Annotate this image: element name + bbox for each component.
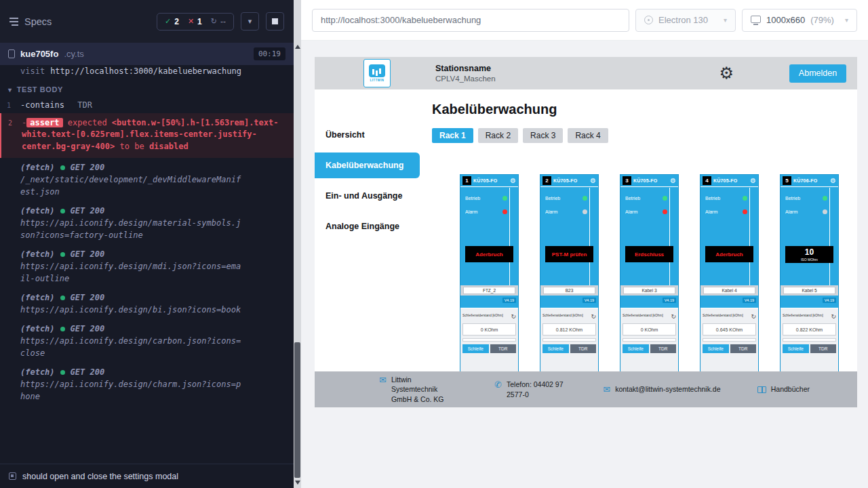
resistance-value: 0.822 KOhm xyxy=(783,323,836,336)
tdr-button[interactable]: TDR xyxy=(730,344,757,353)
schleife-button[interactable]: Schleife xyxy=(462,344,489,353)
schleife-button[interactable]: Schleife xyxy=(703,344,729,353)
refresh-icon[interactable]: ↻ xyxy=(511,314,516,320)
refresh-icon[interactable]: ↻ xyxy=(751,314,756,320)
schleife-button[interactable]: Schleife xyxy=(783,344,809,353)
footer-text: kontakt@littwin-systemtechnik.de xyxy=(615,384,720,394)
sidebar-nav-item[interactable]: Ein- und Ausgänge xyxy=(315,183,420,209)
rack-tab[interactable]: Rack 3 xyxy=(523,128,563,143)
sidebar-nav-item[interactable]: Übersicht xyxy=(315,122,420,148)
status-ok-dot xyxy=(60,296,65,300)
network-log-entry[interactable]: (fetch) GET 200 https://api.iconify.desi… xyxy=(0,319,294,363)
contains-command[interactable]: 1 -contains TDR xyxy=(0,98,294,113)
fetch-url: https://api.iconify.design/mdi.json?icon… xyxy=(20,260,245,285)
network-log-entry[interactable]: (fetch) GET 200 /_next/static/developmen… xyxy=(0,158,294,201)
cable-name-field: Kabel 4 xyxy=(701,285,758,296)
betrieb-label: Betrieb xyxy=(545,196,560,201)
module-gear-icon[interactable]: ⚙ xyxy=(510,178,516,184)
tdr-button[interactable]: TDR xyxy=(570,344,597,353)
footer-contact-item[interactable]: Littwin Systemtechnik GmbH & Co. KG xyxy=(379,375,458,404)
aut-toolbar: Electron 130 ▾ 1000x660 (79%) ▾ xyxy=(301,0,868,41)
module-status-display: PST-M prüfen xyxy=(545,246,593,262)
footer-icon xyxy=(757,386,766,393)
rack-tab[interactable]: Rack 1 xyxy=(432,128,473,143)
resistance-label: Schleifenwiderstand [kOhm] xyxy=(462,314,503,317)
module-model: KÜ706-FO xyxy=(793,178,817,183)
resistance-value: 0.812 KOhm xyxy=(542,323,596,336)
module-number: 5 xyxy=(783,176,791,185)
cable-name-field: Kabel 3 xyxy=(620,285,678,296)
fetch-tag: (fetch) xyxy=(20,323,55,335)
electron-icon xyxy=(644,16,653,24)
refresh-icon[interactable]: ↻ xyxy=(591,314,596,320)
browser-select[interactable]: Electron 130 ▾ xyxy=(635,9,736,32)
fetch-url: https://api.iconify.design/charm.json?ic… xyxy=(20,378,245,403)
scroll-down-arrow-icon[interactable] xyxy=(295,481,300,485)
logout-button[interactable]: Abmelden xyxy=(789,64,846,83)
rack-tab[interactable]: Rack 2 xyxy=(478,128,518,143)
command-args: TDR xyxy=(77,100,92,110)
firmware-version: V4.19 xyxy=(663,298,676,303)
module-gear-icon[interactable]: ⚙ xyxy=(590,178,596,184)
rack-module-card: 2 KÜ705-FO ⚙ Betrieb Ala xyxy=(540,174,599,378)
alarm-led xyxy=(502,209,507,214)
settings-gear-icon[interactable]: ⚙ xyxy=(719,65,734,81)
viewport-select[interactable]: 1000x660 (79%) ▾ xyxy=(742,9,857,32)
timer-icon: ↻ xyxy=(211,17,217,26)
littwin-logo-icon xyxy=(369,64,385,77)
module-gear-icon[interactable]: ⚙ xyxy=(670,178,676,184)
rack-tab-label: Rack 4 xyxy=(575,131,600,140)
status-ok-dot xyxy=(60,252,65,257)
network-log-entry[interactable]: (fetch) GET 200 https://api.iconify.desi… xyxy=(0,363,294,406)
status-text: Aderbruch xyxy=(715,251,743,258)
footer-contact-item[interactable]: Handbücher xyxy=(757,384,810,394)
measurement-panel: Schleifenwiderstand [kOhm] ↻ 0 KOhm Schl… xyxy=(620,308,678,377)
stop-button[interactable] xyxy=(266,12,284,30)
refresh-icon[interactable]: ↻ xyxy=(671,314,676,320)
test-body-section[interactable]: ▾ TEST BODY xyxy=(0,79,294,98)
test-stats: ✓2 ✕1 ↻-- xyxy=(157,13,234,30)
footer-icon xyxy=(379,375,387,384)
check-icon: ✓ xyxy=(165,17,171,26)
scrollbar-thumb[interactable] xyxy=(294,342,300,478)
next-test-row[interactable]: should open and close the settings modal xyxy=(0,464,294,488)
status-unit: ISO MOhm xyxy=(801,258,818,262)
rack-tab-label: Rack 1 xyxy=(439,131,466,140)
tdr-button[interactable]: TDR xyxy=(490,344,517,353)
footer-contact-item[interactable]: kontakt@littwin-systemtechnik.de xyxy=(603,384,720,394)
collapse-button[interactable]: ▾ xyxy=(241,12,259,30)
reporter-scrollbar[interactable] xyxy=(294,0,301,488)
network-log-entry[interactable]: (fetch) GET 200 https://api.iconify.desi… xyxy=(0,245,294,288)
station-name: CPLV4_Maschen xyxy=(435,75,496,83)
schleife-button[interactable]: Schleife xyxy=(623,344,649,353)
chevron-down-icon: ▾ xyxy=(845,16,848,24)
visit-command[interactable]: visithttp://localhost:3000/kabelueberwac… xyxy=(0,65,294,79)
kabel-app: LITTWIN Stationsname CPLV4_Maschen ⚙ Abm… xyxy=(315,57,857,407)
stat-passed: ✓2 xyxy=(165,17,179,26)
url-input[interactable] xyxy=(312,9,629,32)
module-number: 2 xyxy=(542,176,551,185)
footer-contact-item[interactable]: Telefon: 04402 972577-0 xyxy=(494,380,566,399)
refresh-icon[interactable]: ↻ xyxy=(831,314,836,320)
failed-assert-entry[interactable]: 2 -assert expected <button.w-[50%].h-[1.… xyxy=(0,113,294,158)
module-status-display: Erdschluss xyxy=(625,246,673,262)
schleife-button[interactable]: Schleife xyxy=(542,344,569,353)
sidebar-nav-item[interactable]: Kabelüberwachung xyxy=(315,152,420,178)
fetch-tag: (fetch) xyxy=(20,291,55,304)
specs-label: Specs xyxy=(24,16,52,27)
specs-menu[interactable]: Specs xyxy=(9,16,52,27)
network-log-entry[interactable]: (fetch) GET 200 https://api.iconify.desi… xyxy=(0,201,294,245)
tdr-button[interactable]: TDR xyxy=(810,344,837,353)
sidebar-nav-item[interactable]: Analoge Eingänge xyxy=(315,214,420,239)
module-gear-icon[interactable]: ⚙ xyxy=(830,178,836,184)
rack-tab[interactable]: Rack 4 xyxy=(568,128,608,143)
tdr-button[interactable]: TDR xyxy=(650,344,677,353)
scroll-up-arrow-icon[interactable] xyxy=(295,45,300,49)
spec-header[interactable]: kue705fo .cy.ts 00:19 xyxy=(0,43,294,65)
network-log-entry[interactable]: (fetch) GET 200 https://api.iconify.desi… xyxy=(0,288,294,319)
module-gear-icon[interactable]: ⚙ xyxy=(750,178,756,184)
module-status-display: Aderbruch xyxy=(705,246,753,262)
monitor-icon xyxy=(751,16,761,23)
assert-to-be: to be xyxy=(120,142,144,151)
cable-name: FTZ_2 xyxy=(463,287,515,294)
